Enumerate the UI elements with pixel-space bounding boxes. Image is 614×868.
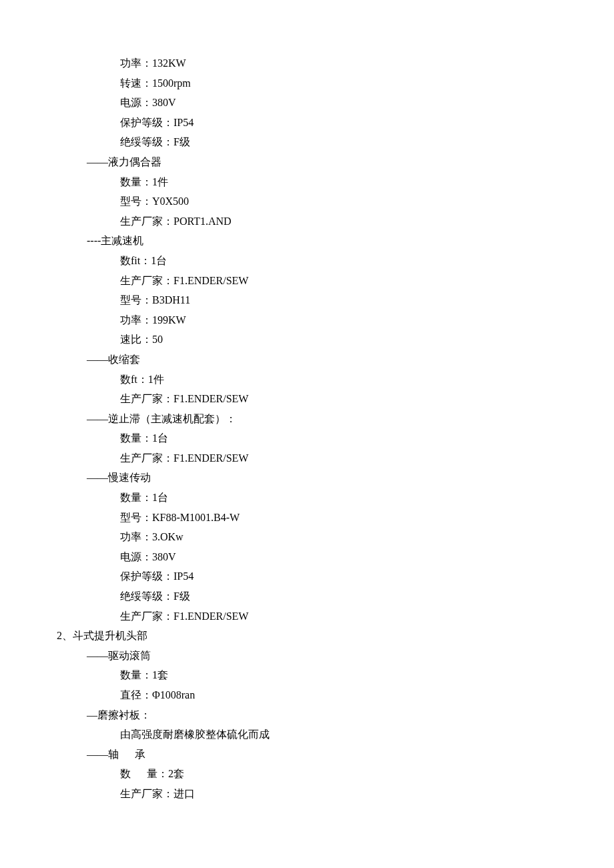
text: 功率：199KW — [120, 314, 186, 326]
text: 功率：3.OKw — [120, 531, 184, 542]
text: 直径：Φ1008ran — [120, 689, 195, 701]
text: ——逆止滞（主减速机配套）： — [87, 413, 236, 424]
section-title-slow-drive: ——慢速传动 — [87, 468, 614, 488]
text: 保护等级：IP54 — [120, 117, 194, 128]
spec-line: 功率：132KW — [120, 53, 614, 73]
spec-line: 数量：1台 — [120, 488, 614, 508]
text: 数量：1件 — [120, 176, 168, 187]
spec-line: 由高强度耐磨橡胶整体硫化而成 — [120, 725, 614, 745]
spec-line: 生产厂家：F1.ENDER/SEW — [120, 389, 614, 409]
text: ——慢速传动 — [87, 472, 151, 483]
spec-line: 电源：380V — [120, 93, 614, 113]
spec-line: 数量：1台 — [120, 428, 614, 448]
heading-bucket-elevator-head: 2、斗式提升机头部 — [57, 626, 614, 646]
text: 数 量：2套 — [120, 768, 184, 779]
spec-line: 生产厂家：F1.ENDER/SEW — [120, 271, 614, 291]
text: ----主减速机 — [87, 235, 143, 246]
section-title-drive-drum: ——驱动滚筒 — [87, 646, 614, 666]
spec-line: 绝绥等级：F级 — [120, 586, 614, 606]
text: 数fit：1台 — [120, 255, 167, 266]
spec-line: 数ft：1件 — [120, 370, 614, 390]
text: ——液力偶合器 — [87, 156, 162, 167]
text: 生产厂家：F1.ENDER/SEW — [120, 452, 248, 464]
spec-line: 转速：1500rpm — [120, 73, 614, 93]
text: 数ft：1件 — [120, 374, 164, 385]
text: 电源：380V — [120, 551, 176, 562]
spec-line: 数量：1件 — [120, 172, 614, 192]
section-title-main-reducer: ----主减速机 — [87, 231, 614, 251]
text: 型号：Y0X500 — [120, 195, 189, 207]
spec-line: 数 量：2套 — [120, 764, 614, 784]
text: 绝绥等级：F级 — [120, 136, 190, 147]
text: 生产厂家：F1.ENDER/SEW — [120, 610, 248, 622]
text: 型号：B3DH11 — [120, 294, 190, 306]
spec-line: 数fit：1台 — [120, 251, 614, 271]
section-title-backstop: ——逆止滞（主减速机配套）： — [87, 409, 614, 429]
spec-line: 型号：KF88-M1001.B4-W — [120, 508, 614, 528]
text: ——驱动滚筒 — [87, 650, 151, 661]
text: 转速：1500rpm — [120, 77, 191, 89]
text: 数量：1台 — [120, 492, 168, 503]
spec-line: 保护等级：IP54 — [120, 113, 614, 133]
section-title-hydraulic-coupler: ——液力偶合器 — [87, 152, 614, 172]
text: 生产厂家：PORT1.AND — [120, 215, 232, 227]
section-title-friction-liner: —磨擦衬板： — [87, 705, 614, 725]
spec-line: 保护等级：IP54 — [120, 566, 614, 586]
spec-line: 生产厂家：PORT1.AND — [120, 211, 614, 232]
text: 数量：1套 — [120, 669, 168, 681]
text: 生产厂家：F1.ENDER/SEW — [120, 393, 248, 404]
text: 生产厂家：进口 — [120, 788, 195, 799]
text: 速比：50 — [120, 334, 163, 345]
text: 2、斗式提升机头部 — [57, 630, 147, 641]
text: 数量：1台 — [120, 432, 168, 444]
document-page: 功率：132KW 转速：1500rpm 电源：380V 保护等级：IP54 绝绥… — [0, 53, 614, 804]
text: 电源：380V — [120, 97, 176, 108]
spec-line: 直径：Φ1008ran — [120, 685, 614, 705]
text: —磨擦衬板： — [87, 709, 151, 721]
text: 功率：132KW — [120, 57, 186, 69]
spec-line: 功率：3.OKw — [120, 527, 614, 547]
spec-line: 生产厂家：F1.ENDER/SEW — [120, 448, 614, 468]
text: 绝绥等级：F级 — [120, 590, 190, 602]
text: ——轴 承 — [87, 749, 145, 760]
text: 型号：KF88-M1001.B4-W — [120, 512, 240, 523]
spec-line: 生产厂家：F1.ENDER/SEW — [120, 606, 614, 626]
spec-line: 绝绥等级：F级 — [120, 132, 614, 152]
spec-line: 生产厂家：进口 — [120, 784, 614, 804]
spec-line: 数量：1套 — [120, 665, 614, 685]
section-title-bearing: ——轴 承 — [87, 745, 614, 765]
spec-line: 型号：B3DH11 — [120, 290, 614, 310]
text: 生产厂家：F1.ENDER/SEW — [120, 275, 248, 286]
spec-line: 电源：380V — [120, 547, 614, 567]
text: 保护等级：IP54 — [120, 570, 194, 582]
text: 由高强度耐磨橡胶整体硫化而成 — [120, 729, 270, 740]
spec-line: 功率：199KW — [120, 310, 614, 330]
section-title-shrink-sleeve: ——收缩套 — [87, 350, 614, 370]
text: ——收缩套 — [87, 354, 140, 365]
spec-line: 速比：50 — [120, 330, 614, 350]
spec-line: 型号：Y0X500 — [120, 191, 614, 211]
